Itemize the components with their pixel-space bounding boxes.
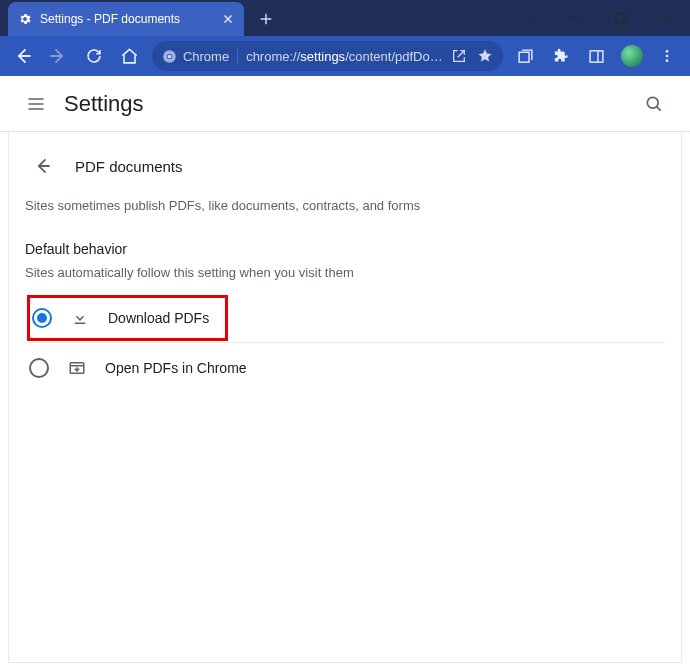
browser-menu-icon[interactable] <box>651 39 684 73</box>
option-label: Download PDFs <box>108 310 209 326</box>
menu-icon[interactable] <box>16 84 56 124</box>
new-tab-button[interactable] <box>252 5 280 33</box>
chrome-icon <box>162 49 177 64</box>
chevron-down-icon[interactable] <box>506 0 552 36</box>
radio-selected[interactable] <box>32 308 52 328</box>
browser-toolbar: Chrome chrome://settings/content/pdfDo… <box>0 36 690 76</box>
settings-content: PDF documents Sites sometimes publish PD… <box>8 132 682 663</box>
option-label: Open PDFs in Chrome <box>105 360 247 376</box>
gear-icon <box>18 12 32 26</box>
default-behavior-label: Default behavior <box>25 241 665 257</box>
nav-back-button[interactable] <box>6 39 39 73</box>
url-text: chrome://settings/content/pdfDo… <box>246 49 443 64</box>
window-controls <box>506 0 690 36</box>
profile-avatar[interactable] <box>615 39 648 73</box>
svg-rect-5 <box>519 52 529 62</box>
svg-rect-0 <box>569 17 581 19</box>
section-title: PDF documents <box>75 158 183 175</box>
home-button[interactable] <box>112 39 145 73</box>
svg-point-10 <box>647 97 658 108</box>
svg-point-8 <box>666 55 669 58</box>
chrome-chip: Chrome <box>162 49 238 64</box>
download-icon <box>70 308 90 328</box>
tab-overview-icon[interactable] <box>509 39 542 73</box>
sub-header: PDF documents <box>25 140 665 192</box>
default-behavior-sub: Sites automatically follow this setting … <box>25 265 665 280</box>
browser-tab[interactable]: Settings - PDF documents <box>8 2 244 36</box>
omnibox-actions <box>451 48 493 64</box>
nav-forward-button[interactable] <box>41 39 74 73</box>
highlight-box: Download PDFs <box>27 295 228 341</box>
svg-rect-11 <box>75 322 86 324</box>
svg-point-4 <box>168 54 172 58</box>
svg-point-9 <box>666 59 669 62</box>
page-title: Settings <box>64 91 144 117</box>
close-window-button[interactable] <box>644 0 690 36</box>
tab-title: Settings - PDF documents <box>40 12 214 26</box>
share-icon[interactable] <box>451 48 467 64</box>
back-arrow-icon[interactable] <box>25 148 61 184</box>
svg-rect-6 <box>590 50 603 61</box>
address-bar[interactable]: Chrome chrome://settings/content/pdfDo… <box>152 41 503 71</box>
maximize-button[interactable] <box>598 0 644 36</box>
svg-point-7 <box>666 50 669 53</box>
open-in-chrome-icon <box>67 358 87 378</box>
chrome-chip-label: Chrome <box>183 49 229 64</box>
svg-rect-1 <box>616 13 626 23</box>
window-titlebar: Settings - PDF documents <box>0 0 690 36</box>
reload-button[interactable] <box>77 39 110 73</box>
extensions-icon[interactable] <box>544 39 577 73</box>
radio-unselected[interactable] <box>29 358 49 378</box>
search-icon[interactable] <box>634 84 674 124</box>
settings-header: Settings <box>0 76 690 132</box>
option-download-pdfs[interactable]: Download PDFs <box>25 292 665 342</box>
close-tab-icon[interactable] <box>222 13 234 25</box>
minimize-button[interactable] <box>552 0 598 36</box>
option-open-in-chrome[interactable]: Open PDFs in Chrome <box>25 342 665 392</box>
section-description: Sites sometimes publish PDFs, like docum… <box>25 198 665 213</box>
star-icon[interactable] <box>477 48 493 64</box>
sidepanel-icon[interactable] <box>580 39 613 73</box>
